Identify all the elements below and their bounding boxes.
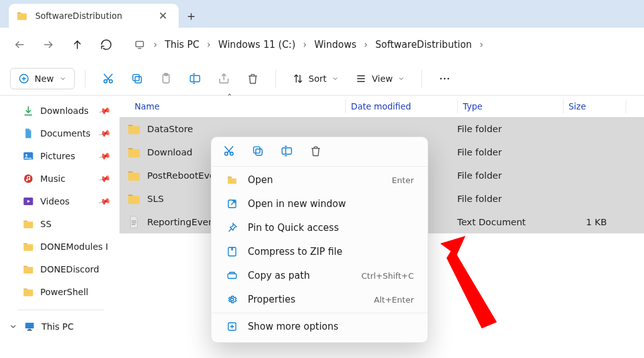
breadcrumb-seg-1[interactable]: Windows 11 (C:) (214, 35, 299, 54)
minibar-copy-button[interactable] (244, 140, 272, 162)
props-icon (225, 294, 239, 305)
new-label: New (35, 74, 54, 84)
svg-rect-18 (25, 323, 34, 328)
column-size[interactable]: Size (564, 96, 626, 117)
new-tab-button[interactable]: ＋ (179, 4, 204, 28)
row-type: File folder (457, 171, 563, 181)
svg-point-2 (104, 79, 107, 82)
folder-icon (127, 145, 141, 159)
view-button[interactable]: View (349, 67, 411, 91)
svg-rect-20 (27, 330, 32, 331)
sidebar-item-label: Documents (40, 128, 91, 138)
row-type: File folder (457, 147, 563, 157)
row-type: Text Document (457, 217, 563, 227)
sidebar-item-label: SS (40, 219, 52, 229)
paste-button[interactable] (153, 67, 179, 91)
sidebar-item-folder[interactable]: DONEModules I (0, 235, 119, 258)
forward-button[interactable] (35, 33, 62, 57)
row-type: File folder (457, 124, 563, 134)
sidebar-this-pc[interactable]: This PC (0, 314, 119, 339)
svg-rect-26 (253, 147, 260, 153)
new-button[interactable]: New (10, 68, 75, 89)
svg-rect-8 (190, 76, 199, 82)
more-button[interactable] (432, 67, 457, 91)
svg-point-31 (231, 298, 234, 301)
more-icon (225, 321, 239, 332)
context-minibar (211, 137, 428, 165)
svg-point-3 (109, 79, 112, 82)
sidebar-item-folder[interactable]: PowerShell (0, 281, 119, 303)
videos-icon (23, 196, 34, 207)
sidebar-item-folder[interactable]: SS (0, 213, 119, 235)
ctx-show-more-options[interactable]: Show more options (215, 315, 424, 338)
svg-point-11 (448, 77, 450, 79)
svg-point-10 (444, 77, 446, 79)
share-button[interactable] (211, 67, 236, 91)
chevron-right-icon: › (360, 39, 372, 50)
row-name: DataStore (147, 124, 345, 134)
ctx-compress-zip[interactable]: Compress to ZIP file (215, 240, 424, 264)
sidebar-item-pictures[interactable]: Pictures 📌 (0, 145, 119, 167)
breadcrumb-seg-2[interactable]: Windows (311, 35, 360, 54)
pin-icon (225, 222, 239, 233)
svg-rect-0 (136, 42, 143, 47)
sidebar-item-folder[interactable]: DONEDiscord (0, 258, 119, 281)
cut-button[interactable] (96, 67, 121, 91)
breadcrumb-seg-3[interactable]: SoftwareDistribution (372, 35, 476, 54)
sidebar-item-label: Music (40, 174, 65, 184)
divider (421, 70, 422, 87)
column-date[interactable]: Date modified (346, 96, 458, 117)
sidebar-item-label: Downloads (40, 106, 89, 116)
breadcrumb-root-icon[interactable] (130, 36, 150, 53)
sidebar-item-music[interactable]: Music 📌 (0, 167, 119, 190)
sort-button[interactable]: Sort (286, 67, 346, 91)
chevron-right-icon: › (299, 39, 311, 50)
svg-marker-22 (447, 248, 497, 328)
pictures-icon (23, 150, 34, 162)
annotation-arrow (421, 234, 535, 354)
sidebar-item-label: DONEModules I (40, 242, 108, 252)
pin-icon: 📌 (97, 172, 111, 186)
row-type: File folder (457, 194, 563, 204)
svg-rect-25 (256, 149, 262, 155)
sidebar-item-label: Pictures (40, 151, 75, 161)
sidebar-item-videos[interactable]: Videos 📌 (0, 190, 119, 213)
folder-icon (23, 264, 34, 275)
up-button[interactable] (64, 33, 91, 57)
close-tab-icon[interactable]: ✕ (155, 8, 171, 24)
tab-active[interactable]: SoftwareDistribution ✕ (9, 4, 179, 28)
minibar-delete-button[interactable] (302, 140, 330, 162)
rename-button[interactable] (182, 67, 208, 91)
breadcrumb-seg-0[interactable]: This PC (161, 35, 203, 54)
ctx-open[interactable]: Open Enter (215, 168, 424, 192)
ctx-open-new-window[interactable]: Open in new window (215, 192, 424, 216)
minibar-rename-button[interactable] (273, 140, 301, 162)
divider (211, 313, 428, 313)
svg-point-23 (225, 152, 228, 155)
column-type[interactable]: Type (458, 96, 564, 117)
ctx-properties[interactable]: Properties Alt+Enter (215, 288, 424, 311)
divider (211, 166, 428, 167)
back-button[interactable] (6, 33, 33, 57)
breadcrumb: › This PC › Windows 11 (C:) › Windows › … (130, 35, 487, 54)
svg-point-14 (24, 174, 33, 183)
svg-point-15 (26, 179, 28, 181)
tab-title: SoftwareDistribution (35, 11, 155, 21)
refresh-button[interactable] (93, 33, 119, 57)
svg-point-9 (440, 77, 442, 79)
minibar-cut-button[interactable] (215, 140, 243, 162)
delete-button[interactable] (240, 67, 265, 91)
command-toolbar: New Sort View (0, 62, 644, 96)
row-size: 1 KB (563, 217, 616, 227)
ctx-copy-as-path[interactable]: Copy as path Ctrl+Shift+C (215, 264, 424, 288)
folder-icon (23, 241, 34, 252)
document-icon (23, 128, 34, 139)
sort-label: Sort (309, 74, 327, 84)
copy-button[interactable] (125, 67, 150, 91)
svg-point-16 (28, 178, 30, 180)
ctx-pin-quick-access[interactable]: Pin to Quick access (215, 216, 424, 240)
sidebar-item-downloads[interactable]: Downloads 📌 (0, 99, 119, 122)
column-name[interactable]: Name (119, 96, 346, 117)
sidebar-item-documents[interactable]: Documents 📌 (0, 122, 119, 145)
svg-rect-4 (135, 76, 141, 82)
